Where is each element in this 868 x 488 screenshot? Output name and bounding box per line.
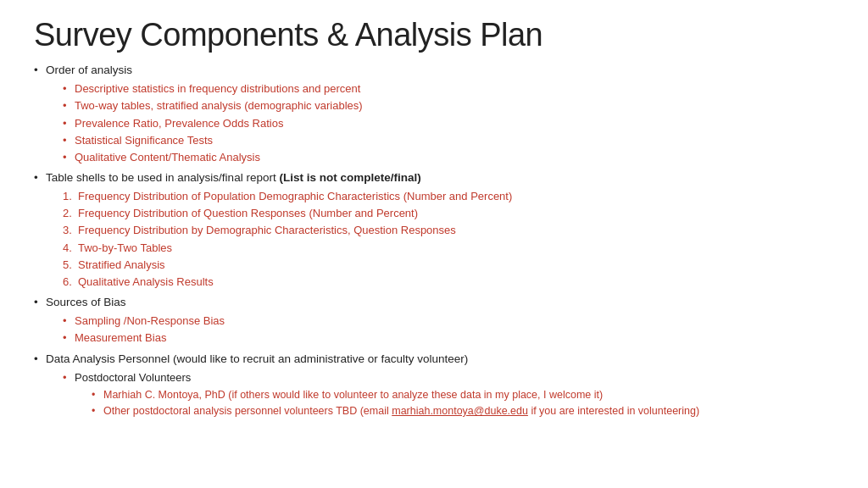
main-list: Order of analysis Descriptive statistics…: [34, 62, 834, 420]
deep-item-2: Other postdoctoral analysis personnel vo…: [92, 403, 834, 419]
list-item-tables: Table shells to be used in analysis/fina…: [34, 169, 834, 291]
order-subitems: Descriptive statistics in frequency dist…: [46, 80, 834, 166]
order-label: Order of analysis: [46, 64, 132, 76]
numbered-item: Two-by-Two Tables: [63, 240, 834, 257]
list-item: Descriptive statistics in frequency dist…: [63, 80, 834, 97]
personnel-label: Data Analysis Personnel (would like to r…: [46, 352, 468, 365]
email-link[interactable]: marhiah.montoya@duke.edu: [392, 405, 528, 417]
deep-subitems: Marhiah C. Montoya, PhD (if others would…: [75, 387, 834, 420]
other-postdoc-before: Other postdoctoral analysis personnel vo…: [103, 405, 392, 417]
montoya-text: Marhiah C. Montoya, PhD (if others would…: [103, 389, 603, 401]
tables-label: Table shells to be used in analysis/fina…: [46, 171, 279, 184]
other-postdoc-after: if you are interested in volunteering): [528, 405, 699, 417]
list-item: Statistical Significance Tests: [63, 132, 834, 149]
numbered-item: Frequency Distribution by Demographic Ch…: [63, 222, 834, 239]
deep-item-1: Marhiah C. Montoya, PhD (if others would…: [92, 387, 834, 403]
list-item-personnel: Data Analysis Personnel (would like to r…: [34, 351, 834, 420]
list-item: Prevalence Ratio, Prevalence Odds Ratios: [63, 115, 834, 132]
list-item: Measurement Bias: [63, 330, 834, 347]
bias-subitems: Sampling /Non-Response Bias Measurement …: [46, 313, 834, 347]
slide: Survey Components & Analysis Plan Order …: [0, 0, 868, 488]
page-title: Survey Components & Analysis Plan: [34, 17, 834, 53]
list-item: Two-way tables, stratified analysis (dem…: [63, 97, 834, 114]
personnel-subitems: Postdoctoral Volunteers Marhiah C. Monto…: [46, 369, 834, 420]
list-item-order: Order of analysis Descriptive statistics…: [34, 62, 834, 166]
content-area: Order of analysis Descriptive statistics…: [34, 62, 834, 420]
tables-label-bold: (List is not complete/final): [279, 171, 420, 184]
numbered-list: Frequency Distribution of Population Dem…: [46, 188, 834, 291]
postdoctoral-label: Postdoctoral Volunteers: [75, 371, 191, 384]
numbered-item: Frequency Distribution of Population Dem…: [63, 188, 834, 205]
list-item-bias: Sources of Bias Sampling /Non-Response B…: [34, 294, 834, 347]
numbered-item: Qualitative Analysis Results: [63, 274, 834, 291]
numbered-item: Stratified Analysis: [63, 257, 834, 274]
list-item: Qualitative Content/Thematic Analysis: [63, 149, 834, 166]
postdoctoral-item: Postdoctoral Volunteers Marhiah C. Monto…: [63, 369, 834, 420]
list-item: Sampling /Non-Response Bias: [63, 313, 834, 330]
bias-label: Sources of Bias: [46, 296, 126, 308]
numbered-item: Frequency Distribution of Question Respo…: [63, 205, 834, 222]
